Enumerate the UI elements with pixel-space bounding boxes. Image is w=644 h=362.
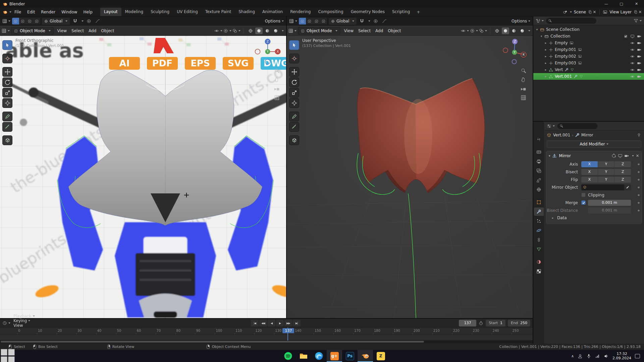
taskbar-app-explorer[interactable]: [296, 350, 311, 362]
start-frame-field[interactable]: Start1: [486, 320, 505, 326]
viewport-menu-view[interactable]: View: [55, 28, 69, 33]
minimize-button[interactable]: —: [599, 0, 614, 8]
viewport-menu-select[interactable]: Select: [69, 28, 86, 33]
visibility-dropdown[interactable]: [461, 27, 469, 34]
expand-arrow-icon[interactable]: ▾: [539, 35, 544, 38]
editor-type-button[interactable]: [536, 17, 544, 24]
current-frame-field[interactable]: 137: [459, 320, 476, 326]
merge-threshold-field[interactable]: 0.001 m: [588, 200, 631, 206]
workspace-tab-animation[interactable]: Animation: [259, 8, 286, 16]
network-icon[interactable]: [595, 354, 600, 359]
expand-arrow-icon[interactable]: ▸: [543, 61, 548, 65]
scene-browse-icon[interactable]: [563, 10, 568, 14]
mode-select[interactable]: Object Mode: [11, 27, 54, 35]
properties-tab-constraints[interactable]: [534, 236, 544, 244]
end-frame-field[interactable]: End250: [508, 320, 530, 326]
zoom-icon[interactable]: [274, 68, 280, 73]
viewport-menu-view[interactable]: View: [342, 28, 356, 33]
next-keyframe-button[interactable]: ▶▶: [284, 320, 292, 326]
mirror-object-field[interactable]: [581, 184, 624, 190]
properties-tab-output[interactable]: [534, 157, 544, 166]
scene-name[interactable]: Scene: [573, 10, 587, 14]
tool-scale[interactable]: [2, 88, 12, 98]
falloff-curve-icon[interactable]: [94, 18, 101, 24]
shading-rendered[interactable]: [519, 27, 526, 34]
bisect-x-toggle[interactable]: X: [581, 169, 598, 175]
show-in-editmode-toggle[interactable]: [611, 154, 616, 158]
tool-select-box[interactable]: [289, 40, 299, 50]
auto-keying-icon[interactable]: [479, 321, 483, 325]
cam-toggle-icon[interactable]: [637, 34, 641, 39]
prev-keyframe-button[interactable]: ◀◀: [259, 320, 267, 326]
shading-solid[interactable]: [502, 27, 509, 34]
show-realtime-toggle[interactable]: [618, 154, 623, 158]
viewport-menu-select[interactable]: Select: [356, 28, 373, 33]
taskbar-app-zotero[interactable]: Z: [373, 350, 388, 362]
close-button[interactable]: ✕: [629, 0, 644, 8]
workspace-tab-modeling[interactable]: Modeling: [121, 8, 147, 16]
shading-material[interactable]: [510, 27, 518, 34]
expand-arrow-icon[interactable]: ▸: [543, 68, 548, 71]
clipping-checkbox[interactable]: [581, 193, 586, 197]
overlays-toggle[interactable]: [232, 27, 240, 34]
proportional-edit-toggle[interactable]: [85, 18, 92, 24]
properties-tab-scene[interactable]: [534, 176, 544, 184]
navigation-gizmo[interactable]: Z X Y: [254, 38, 282, 66]
view-layer-name[interactable]: View Layer: [608, 10, 633, 14]
eye-toggle-icon[interactable]: [630, 54, 635, 59]
timeline-menu-keying[interactable]: Keying: [10, 318, 38, 323]
options-dropdown[interactable]: Options: [265, 19, 284, 23]
bisect-y-toggle[interactable]: Y: [598, 169, 614, 175]
outliner-row[interactable]: ▸Empty: [533, 40, 644, 46]
outliner-row[interactable]: ▸Vert: [533, 66, 644, 73]
tool-measure[interactable]: [289, 122, 299, 132]
notification-center-icon[interactable]: [635, 354, 640, 358]
timeline-tracks[interactable]: [0, 335, 533, 340]
expand-arrow-icon[interactable]: ▸: [543, 75, 548, 78]
workspace-tab-rendering[interactable]: Rendering: [286, 8, 314, 16]
workspace-tab-uv-editing[interactable]: UV Editing: [173, 8, 202, 16]
menu-file[interactable]: File: [11, 10, 24, 14]
tool-rotate[interactable]: [289, 77, 299, 87]
ortho-toggle-icon[interactable]: [521, 95, 526, 101]
clock[interactable]: 17:322.09.2024: [612, 352, 631, 360]
blender-app-menu-icon[interactable]: [3, 10, 7, 14]
jump-to-end-button[interactable]: ▶|: [293, 320, 301, 326]
viewport-menu-object[interactable]: Object: [385, 28, 403, 33]
tool-add-cube[interactable]: [2, 135, 12, 145]
menu-help[interactable]: Help: [80, 10, 95, 14]
microphone-icon[interactable]: [586, 354, 591, 359]
editor-type-button[interactable]: [2, 27, 10, 34]
add-workspace-button[interactable]: +: [414, 10, 423, 14]
jump-to-start-button[interactable]: |◀: [251, 320, 259, 326]
properties-tab-texture[interactable]: [534, 267, 544, 276]
workspace-tab-scripting[interactable]: Scripting: [388, 8, 414, 16]
workspace-tab-geometry-nodes[interactable]: Geometry Nodes: [347, 8, 388, 16]
select-mode-invert[interactable]: [320, 18, 327, 24]
filter-dropdown[interactable]: [634, 17, 642, 24]
falloff-curve-icon[interactable]: [381, 18, 388, 24]
options-dropdown[interactable]: Options: [512, 19, 530, 23]
viewport-3d-right[interactable]: Global Options Object Mode ViewSelectAdd…: [287, 16, 533, 318]
shading-wireframe[interactable]: [493, 27, 501, 34]
cam-toggle-icon[interactable]: [637, 54, 641, 59]
workspace-tab-texture-paint[interactable]: Texture Paint: [202, 8, 235, 16]
eye-toggle-icon[interactable]: [630, 41, 635, 45]
editor-type-button[interactable]: [2, 18, 10, 24]
editor-type-button[interactable]: [289, 18, 297, 24]
gizmos-dropdown[interactable]: [223, 27, 231, 34]
shading-material[interactable]: [264, 27, 271, 34]
breadcrumb-object[interactable]: Vert.001: [553, 133, 570, 137]
select-mode-new[interactable]: [299, 18, 306, 24]
tool-select-box[interactable]: [2, 40, 12, 50]
outliner-row[interactable]: ▾Collection: [533, 33, 644, 40]
properties-tab-world[interactable]: [534, 185, 544, 194]
play-button[interactable]: ▶: [276, 320, 284, 326]
properties-search-input[interactable]: [557, 123, 598, 129]
outliner-row[interactable]: ▸Empty.002: [533, 53, 644, 60]
taskbar-app-blender[interactable]: [358, 350, 373, 362]
cam-toggle-icon[interactable]: [637, 74, 641, 79]
maximize-button[interactable]: ▢: [614, 0, 629, 8]
select-mode-extend[interactable]: [19, 18, 26, 24]
unlink-scene-icon[interactable]: [593, 10, 596, 14]
